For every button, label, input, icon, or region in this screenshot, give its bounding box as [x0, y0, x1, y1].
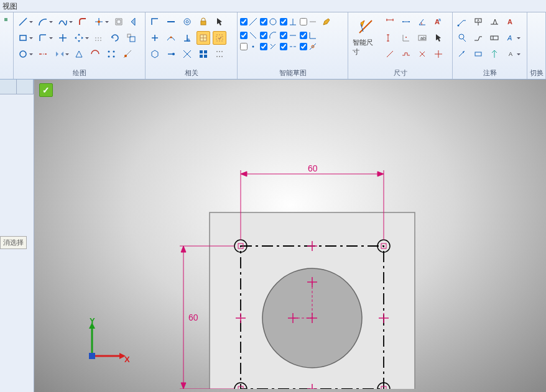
- dim-char-tool[interactable]: Aa: [432, 15, 445, 29]
- svg-point-56: [458, 25, 460, 27]
- ss-check-10[interactable]: [260, 42, 277, 51]
- leading-btn[interactable]: [2, 15, 14, 29]
- ss-edit-tool[interactable]: [320, 15, 333, 29]
- coincident-tool[interactable]: [148, 31, 162, 45]
- svg-rect-27: [200, 55, 203, 58]
- dim-ang-tool[interactable]: [415, 15, 429, 29]
- svg-point-62: [459, 34, 464, 39]
- draw-more-tool[interactable]: [121, 47, 134, 61]
- svg-point-16: [186, 21, 188, 23]
- svg-text:a: a: [438, 17, 441, 22]
- lineend-tool[interactable]: [164, 47, 178, 61]
- dim-top-value: 60: [308, 163, 318, 173]
- move-tool[interactable]: [56, 31, 70, 45]
- dots-tool[interactable]: [213, 47, 226, 61]
- dim-dist-tool[interactable]: [399, 15, 413, 29]
- grid-rel-tool[interactable]: [197, 31, 210, 45]
- centerline-tool[interactable]: [36, 47, 50, 61]
- axis-triad: Y X: [81, 317, 131, 367]
- arc2-tool[interactable]: [88, 47, 102, 61]
- left-tab-2[interactable]: [17, 80, 34, 94]
- horizontal-tool[interactable]: [164, 15, 178, 29]
- ss-check-5[interactable]: [240, 31, 257, 40]
- panel-label-smartsketch: 智能草图: [238, 68, 348, 78]
- rect-tool[interactable]: [16, 31, 30, 45]
- anno-more-tool[interactable]: A: [504, 47, 517, 61]
- dim-sym-tool[interactable]: [415, 47, 429, 61]
- mirror-tool[interactable]: [52, 47, 66, 61]
- arc-tool[interactable]: [36, 15, 50, 29]
- smart-dimension-button[interactable]: 智能尺寸: [351, 15, 381, 61]
- dim-text-tool[interactable]: ab: [415, 31, 429, 45]
- ss-check-1[interactable]: [240, 17, 257, 26]
- pan-tool[interactable]: [72, 31, 86, 45]
- pattern-tool[interactable]: [104, 47, 118, 61]
- ss-check-6[interactable]: [260, 31, 277, 40]
- concentric-tool[interactable]: [180, 15, 194, 29]
- ss-check-9[interactable]: [240, 42, 257, 51]
- svg-text:A: A: [507, 18, 512, 25]
- ss-check-8[interactable]: [300, 31, 317, 40]
- textstyle-tool[interactable]: A: [504, 31, 517, 45]
- frame-tool[interactable]: [471, 47, 485, 61]
- dashline-tool[interactable]: [92, 31, 106, 45]
- svg-point-31: [221, 51, 223, 52]
- intersect-tool[interactable]: [180, 47, 194, 61]
- curve-tool[interactable]: [56, 15, 70, 29]
- bend-tool[interactable]: [36, 31, 50, 45]
- dim-chain-tool[interactable]: [399, 47, 413, 61]
- panel-label-dimension: 尺寸: [348, 68, 452, 78]
- surface-tool[interactable]: [488, 15, 501, 29]
- datum-tool[interactable]: A: [471, 15, 485, 29]
- rel-select-tool[interactable]: [213, 31, 226, 45]
- svg-point-52: [405, 37, 407, 38]
- perp-tool[interactable]: [180, 31, 194, 45]
- dim-h-tool[interactable]: [383, 15, 397, 29]
- dim-coord-tool[interactable]: [399, 31, 413, 45]
- panel-switch: 切换: [527, 12, 546, 79]
- project-tool[interactable]: [92, 15, 106, 29]
- svg-point-38: [252, 46, 254, 48]
- ss-check-12[interactable]: [300, 42, 317, 51]
- ss-check-3[interactable]: [280, 17, 297, 26]
- rotate-tool[interactable]: [108, 31, 122, 45]
- dim-cursor-tool[interactable]: [432, 31, 445, 45]
- ok-icon[interactable]: [39, 83, 53, 97]
- offset-tool[interactable]: [112, 15, 126, 29]
- svg-text:ab: ab: [420, 35, 426, 41]
- scale-tool[interactable]: [124, 31, 138, 45]
- hex-tool[interactable]: [148, 47, 162, 61]
- triangle-tool[interactable]: [72, 47, 86, 61]
- trim-tool[interactable]: [128, 15, 142, 29]
- workspace: 消选择: [0, 80, 546, 392]
- dim-d-tool[interactable]: [383, 47, 397, 61]
- balloon-tool[interactable]: [455, 31, 469, 45]
- left-tab-1[interactable]: [0, 80, 17, 94]
- grid4-tool[interactable]: [197, 47, 210, 61]
- dim-v-tool[interactable]: [383, 31, 397, 45]
- ss-check-11[interactable]: [280, 42, 297, 51]
- dim-pick-tool[interactable]: [432, 47, 445, 61]
- ss-check-7[interactable]: [280, 31, 297, 40]
- gtol-tool[interactable]: [488, 31, 501, 45]
- pick-rel-tool[interactable]: [213, 15, 226, 29]
- fillet-tool[interactable]: [76, 15, 90, 29]
- text-tool[interactable]: A: [504, 15, 517, 29]
- svg-point-36: [270, 19, 276, 25]
- ss-check-4[interactable]: [300, 17, 317, 26]
- viewport[interactable]: 60 60 Y X: [34, 80, 546, 392]
- lock-tool[interactable]: [197, 15, 210, 29]
- ss-check-2[interactable]: [260, 17, 277, 26]
- circle-tool[interactable]: [16, 47, 30, 61]
- panel-leading: [0, 12, 14, 79]
- mark-tool[interactable]: [488, 47, 501, 61]
- axis-y-label: Y: [90, 317, 95, 326]
- oncurve-tool[interactable]: [164, 31, 178, 45]
- leader-tool[interactable]: [455, 15, 469, 29]
- connect-tool[interactable]: [148, 15, 162, 29]
- dim-left-value: 60: [188, 312, 198, 322]
- weld-tool[interactable]: [471, 31, 485, 45]
- callout-tool[interactable]: [455, 47, 469, 61]
- line-tool[interactable]: [16, 15, 30, 29]
- ribbon: 绘图: [0, 12, 546, 80]
